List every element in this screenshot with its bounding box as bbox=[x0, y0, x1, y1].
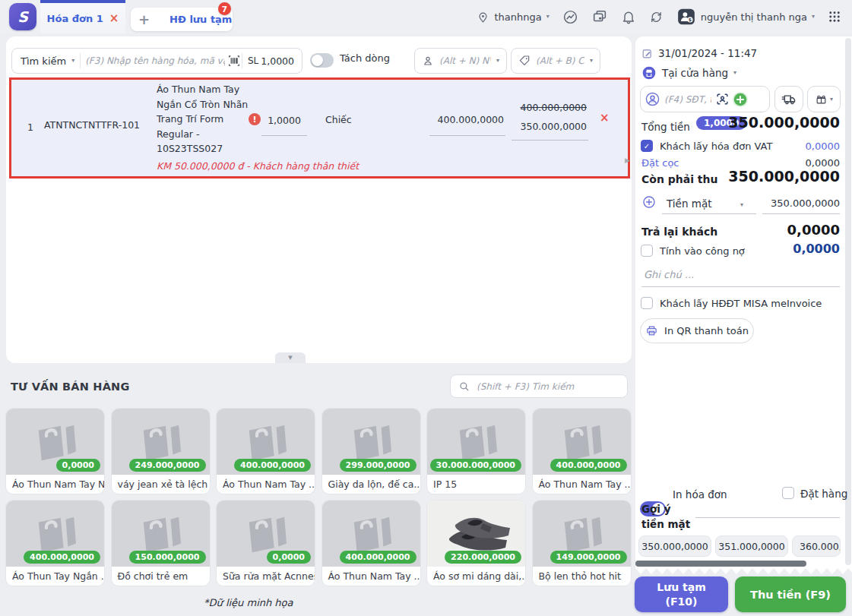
product-price-badge: 249.000,0000 bbox=[129, 459, 206, 472]
product-card[interactable]: 150.000,0000 Đồ chơi trẻ em bbox=[111, 500, 211, 586]
svg-text:$: $ bbox=[689, 17, 692, 22]
line-quantity-field[interactable]: 1,0000 bbox=[263, 115, 306, 126]
debt-value: 0,0000 bbox=[793, 242, 840, 256]
print-qr-button[interactable]: In QR thanh toán bbox=[640, 318, 754, 343]
product-name: IP 15 bbox=[427, 475, 525, 494]
order-checkbox[interactable] bbox=[782, 487, 794, 499]
gift-button[interactable]: ▾ bbox=[807, 86, 841, 112]
split-line-toggle[interactable] bbox=[310, 53, 334, 68]
vertical-scrollbar[interactable] bbox=[845, 38, 851, 565]
logo-letter: S bbox=[17, 8, 28, 25]
bell-icon[interactable] bbox=[621, 9, 636, 24]
product-name: Sữa rửa mặt Acnnes bbox=[217, 567, 315, 586]
consult-search-input[interactable] bbox=[475, 381, 619, 393]
cash-suggestion-button[interactable]: 351.000,0000 bbox=[715, 535, 788, 557]
cash-suggestion-button[interactable]: 360.000,0000 bbox=[792, 535, 841, 557]
product-card[interactable]: 0,0000 Áo Thun Nam Tay N... bbox=[5, 408, 105, 494]
shopping-bag-icon bbox=[452, 421, 501, 463]
staff-dropdown[interactable]: (Alt + N) NV ▾ bbox=[414, 48, 507, 74]
product-card[interactable]: 30.000.000,0000 IP 15 bbox=[426, 408, 526, 494]
new-invoice-button[interactable]: + bbox=[137, 13, 151, 27]
unit-price-field[interactable]: 400.000,0000 bbox=[431, 114, 504, 125]
product-name: Áo Thun Nam Tay N... bbox=[6, 475, 104, 494]
multi-screen-icon[interactable] bbox=[591, 8, 608, 25]
product-search-input[interactable] bbox=[81, 55, 226, 66]
collapse-invoice-button[interactable]: ▼ bbox=[275, 352, 306, 363]
product-card[interactable]: 299.000,0000 Giày da lộn, đế ca... bbox=[321, 408, 421, 494]
search-mode-dropdown[interactable]: Tìm kiếm ▾ bbox=[12, 55, 80, 67]
product-card[interactable]: 400.000,0000 Áo Thun Nam Tay ... bbox=[216, 408, 315, 494]
product-image: 400.000,0000 bbox=[533, 409, 631, 475]
product-image: 249.000,0000 bbox=[112, 409, 210, 475]
debt-label: Tính vào công nợ bbox=[660, 245, 745, 257]
face-scan-icon[interactable] bbox=[715, 92, 730, 106]
app-grid-menu-icon[interactable] bbox=[828, 10, 841, 24]
product-image: 0,0000 bbox=[217, 501, 315, 567]
shopping-bag-icon bbox=[242, 421, 290, 463]
product-price-badge: 299.000,0000 bbox=[340, 459, 416, 472]
new-invoice-and-saved-group: + HĐ lưu tạm bbox=[131, 8, 233, 31]
cash-suggestion-button[interactable]: 350.000,0000 bbox=[638, 535, 711, 557]
quantity-label: SL bbox=[242, 55, 261, 66]
user-menu[interactable]: $ nguyễn thị thanh nga ▾ bbox=[676, 7, 815, 27]
customer-phone-input[interactable] bbox=[663, 93, 713, 106]
vat-amount[interactable]: 0,0000 bbox=[806, 141, 841, 152]
amount-due-value: 350.000,0000 bbox=[728, 168, 840, 185]
vat-invoice-checkbox[interactable]: ✓ bbox=[641, 140, 653, 152]
product-card[interactable]: 249.000,0000 váy jean xẻ tà lệch bbox=[111, 408, 211, 494]
product-card[interactable]: 149.000,0000 Bộ len thỏ hot hit bbox=[532, 500, 632, 586]
line-total-original: 400.000,0000 bbox=[513, 102, 587, 113]
datetime-text: 31/01/2024 - 11:47 bbox=[658, 47, 757, 59]
quantity-quick-value[interactable]: 1,0000 bbox=[261, 55, 302, 67]
product-name: Áo sơ mi dáng dài,... bbox=[427, 567, 525, 586]
product-image: 299.000,0000 bbox=[322, 409, 420, 475]
tab-invoice-1[interactable]: Hóa đơn 1 × bbox=[40, 0, 125, 33]
branch-selector[interactable]: thanhnga ▾ bbox=[477, 11, 549, 24]
field-underline bbox=[662, 213, 756, 214]
line-total-field[interactable]: 350.000,0000 bbox=[513, 121, 587, 132]
barcode-icon[interactable] bbox=[226, 54, 242, 68]
product-card[interactable]: 400.000,0000 Áo Thun Nam Tay ... bbox=[321, 500, 421, 586]
sync-icon[interactable] bbox=[649, 10, 664, 24]
warning-icon[interactable]: ! bbox=[249, 113, 261, 125]
product-card[interactable]: 220.000,0000 Áo sơ mi dáng dài,... bbox=[426, 500, 526, 586]
printer-icon bbox=[645, 324, 658, 337]
deposit-amount: 0,0000 bbox=[806, 157, 841, 169]
promotion-dropdown[interactable]: (Alt + B) Ch ▾ bbox=[511, 48, 600, 74]
shopping-bag-icon bbox=[557, 421, 606, 463]
payment-amount-field[interactable]: 350.000,0000 bbox=[771, 197, 840, 209]
demo-data-footnote: *Dữ liệu minh họa bbox=[204, 597, 293, 608]
person-icon bbox=[422, 55, 434, 67]
save-draft-label: Lưu tạm bbox=[657, 580, 705, 594]
debt-checkbox[interactable] bbox=[641, 245, 653, 257]
invoice-datetime[interactable]: 31/01/2024 - 11:47 bbox=[641, 47, 757, 59]
save-draft-button[interactable]: Lưu tạm (F10) bbox=[635, 577, 728, 612]
horizontal-scrollbar[interactable] bbox=[635, 561, 806, 567]
chevron-down-icon: ▾ bbox=[496, 58, 499, 64]
sale-channel-dropdown[interactable]: Tại cửa hàng ▾ bbox=[641, 65, 736, 81]
deposit-link[interactable]: Đặt cọc bbox=[641, 157, 679, 169]
delivery-button[interactable] bbox=[774, 86, 803, 112]
user-name: nguyễn thị thanh nga bbox=[701, 11, 807, 23]
add-customer-icon[interactable] bbox=[732, 91, 749, 108]
payment-method-dropdown[interactable]: Tiền mặt bbox=[667, 197, 711, 210]
product-price-badge: 0,0000 bbox=[56, 459, 100, 472]
field-underline bbox=[695, 517, 840, 518]
add-payment-method-icon[interactable] bbox=[642, 195, 656, 209]
product-card[interactable]: 400.000,0000 Áo Thun Tay Ngắn ... bbox=[5, 500, 105, 586]
messenger-icon[interactable] bbox=[562, 9, 578, 25]
product-price-badge: 149.000,0000 bbox=[550, 551, 627, 564]
product-image: 400.000,0000 bbox=[217, 409, 315, 475]
product-card[interactable]: 0,0000 Sữa rửa mặt Acnnes bbox=[216, 500, 315, 586]
note-input[interactable] bbox=[642, 268, 840, 281]
close-tab-icon[interactable]: × bbox=[109, 13, 119, 24]
collect-payment-button[interactable]: Thu tiền (F9) bbox=[735, 577, 846, 612]
panel-splitter-icon[interactable]: ▶ bbox=[625, 156, 630, 164]
tab-invoice-label: Hóa đơn 1 bbox=[47, 13, 103, 24]
product-card[interactable]: 400.000,0000 Áo Thun Nam Tay ... bbox=[532, 408, 632, 494]
einvoice-checkbox[interactable] bbox=[641, 297, 653, 309]
delete-line-icon[interactable]: × bbox=[600, 111, 610, 125]
saved-invoices-button[interactable]: HĐ lưu tạm bbox=[169, 14, 232, 25]
app-logo-icon[interactable]: S bbox=[9, 3, 36, 30]
total-amount: 350.000,0000 bbox=[728, 114, 840, 131]
